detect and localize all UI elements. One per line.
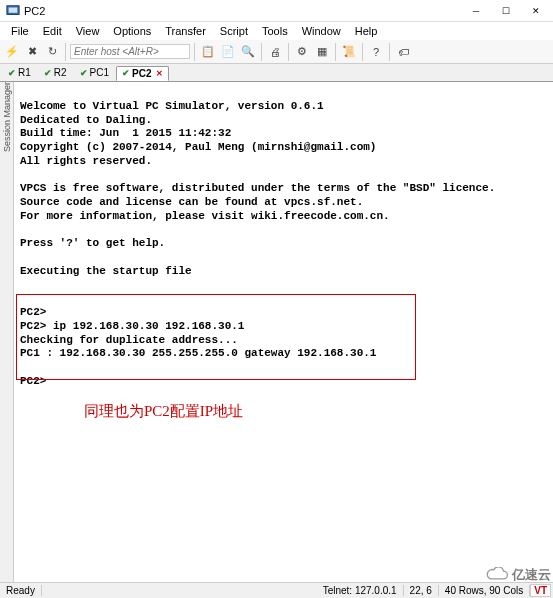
check-icon: ✔ bbox=[44, 68, 52, 78]
disconnect-icon[interactable]: ✖ bbox=[23, 43, 41, 61]
menu-view[interactable]: View bbox=[69, 24, 107, 38]
menu-options[interactable]: Options bbox=[106, 24, 158, 38]
menu-bar: File Edit View Options Transfer Script T… bbox=[0, 22, 553, 40]
status-size: 40 Rows, 90 Cols bbox=[439, 585, 530, 596]
tab-r2[interactable]: ✔R2 bbox=[38, 65, 73, 80]
status-bar: Ready Telnet: 127.0.0.1 22, 6 40 Rows, 9… bbox=[0, 582, 553, 598]
status-cursor: 22, 6 bbox=[404, 585, 439, 596]
side-panel-tab[interactable]: Session Manager bbox=[0, 82, 14, 582]
close-button[interactable]: ✕ bbox=[521, 1, 551, 21]
toolbar-separator bbox=[194, 43, 195, 61]
find-icon[interactable]: 🔍 bbox=[239, 43, 257, 61]
annotation-text: 同理也为PC2配置IP地址 bbox=[84, 402, 243, 421]
menu-tools[interactable]: Tools bbox=[255, 24, 295, 38]
menu-file[interactable]: File bbox=[4, 24, 36, 38]
menu-edit[interactable]: Edit bbox=[36, 24, 69, 38]
tab-pc2[interactable]: ✔PC2✕ bbox=[116, 66, 168, 81]
menu-script[interactable]: Script bbox=[213, 24, 255, 38]
help-icon[interactable]: ? bbox=[367, 43, 385, 61]
tab-pc1[interactable]: ✔PC1 bbox=[74, 65, 115, 80]
status-ready: Ready bbox=[0, 585, 42, 596]
toolbar-separator bbox=[261, 43, 262, 61]
check-icon: ✔ bbox=[8, 68, 16, 78]
command-icon[interactable]: ▦ bbox=[313, 43, 331, 61]
print-icon[interactable]: 🖨 bbox=[266, 43, 284, 61]
status-telnet: Telnet: 127.0.0.1 bbox=[317, 585, 404, 596]
host-input[interactable] bbox=[70, 44, 190, 59]
tab-label: R2 bbox=[54, 67, 67, 78]
reconnect-icon[interactable]: ↻ bbox=[43, 43, 61, 61]
connect-icon[interactable]: ⚡ bbox=[3, 43, 21, 61]
toolbar-separator bbox=[335, 43, 336, 61]
menu-help[interactable]: Help bbox=[348, 24, 385, 38]
about-icon[interactable]: 🏷 bbox=[394, 43, 412, 61]
toolbar-separator bbox=[389, 43, 390, 61]
tab-label: PC2 bbox=[132, 68, 151, 79]
check-icon: ✔ bbox=[80, 68, 88, 78]
window-controls: ─ ☐ ✕ bbox=[461, 1, 551, 21]
window-title: PC2 bbox=[24, 5, 461, 17]
content-area: Session Manager Welcome to Virtual PC Si… bbox=[0, 82, 553, 582]
paste-icon[interactable]: 📄 bbox=[219, 43, 237, 61]
tab-label: R1 bbox=[18, 67, 31, 78]
maximize-button[interactable]: ☐ bbox=[491, 1, 521, 21]
close-tab-icon[interactable]: ✕ bbox=[156, 69, 163, 78]
menu-window[interactable]: Window bbox=[295, 24, 348, 38]
toolbar: ⚡ ✖ ↻ 📋 📄 🔍 🖨 ⚙ ▦ 📜 ? 🏷 bbox=[0, 40, 553, 64]
copy-icon[interactable]: 📋 bbox=[199, 43, 217, 61]
status-vt: VT bbox=[530, 584, 551, 597]
minimize-button[interactable]: ─ bbox=[461, 1, 491, 21]
toolbar-separator bbox=[288, 43, 289, 61]
title-bar: PC2 ─ ☐ ✕ bbox=[0, 0, 553, 22]
properties-icon[interactable]: ⚙ bbox=[293, 43, 311, 61]
side-tab-label: Session Manager bbox=[2, 82, 12, 158]
script-icon[interactable]: 📜 bbox=[340, 43, 358, 61]
check-icon: ✔ bbox=[122, 68, 130, 78]
session-tabs: ✔R1 ✔R2 ✔PC1 ✔PC2✕ bbox=[0, 64, 553, 82]
svg-rect-1 bbox=[9, 7, 18, 12]
toolbar-separator bbox=[65, 43, 66, 61]
terminal-output[interactable]: Welcome to Virtual PC Simulator, version… bbox=[14, 82, 553, 582]
tab-r1[interactable]: ✔R1 bbox=[2, 65, 37, 80]
toolbar-separator bbox=[362, 43, 363, 61]
host-input-wrap bbox=[70, 44, 190, 59]
menu-transfer[interactable]: Transfer bbox=[158, 24, 213, 38]
app-icon bbox=[6, 4, 20, 18]
tab-label: PC1 bbox=[90, 67, 109, 78]
